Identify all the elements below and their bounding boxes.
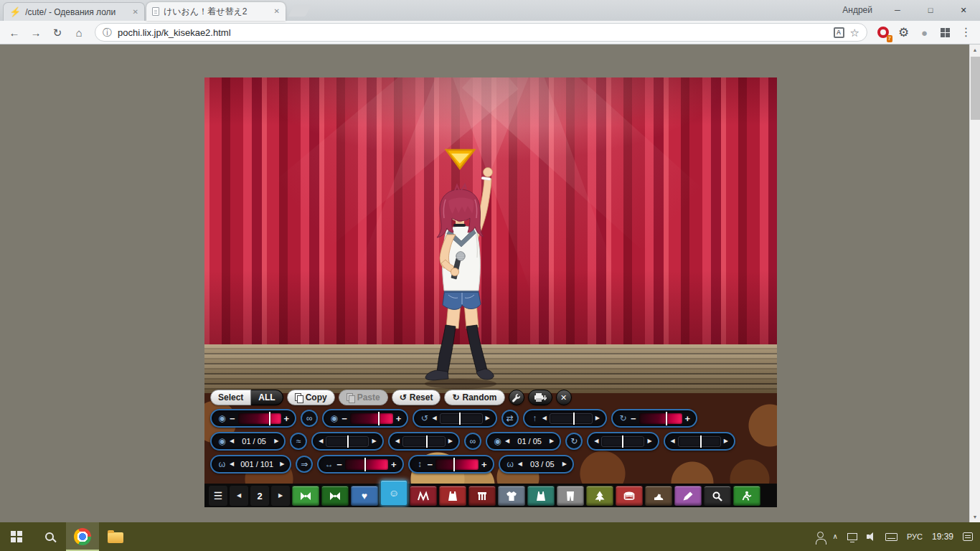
action-center-icon[interactable]	[963, 532, 973, 541]
scroll-down-button[interactable]: ▼	[970, 512, 980, 522]
tab-pose[interactable]	[733, 486, 760, 506]
taskbar-explorer-button[interactable]	[99, 522, 132, 551]
scrollbar-thumb[interactable]	[971, 57, 980, 120]
tab-shoes[interactable]	[645, 486, 672, 506]
url-text[interactable]: pochi.lix.jp/k_kisekae2.html	[118, 27, 828, 38]
prev-button[interactable]: ◀	[518, 461, 522, 467]
reset-button[interactable]: ↺Reset	[392, 390, 441, 405]
start-button[interactable]	[0, 522, 33, 551]
prev-button[interactable]: ◀	[230, 461, 234, 467]
next-button[interactable]: ▶	[280, 461, 284, 467]
bookmark-star-icon[interactable]: ☆	[850, 27, 859, 38]
swap-eyes-button[interactable]: ⇄	[501, 410, 519, 427]
eye-angle-slider[interactable]	[440, 413, 483, 424]
minimize-button[interactable]: ─	[881, 0, 914, 21]
translate-icon[interactable]: A	[834, 27, 844, 38]
increase-button[interactable]: +	[396, 414, 402, 423]
profile-name[interactable]: Андрей	[842, 5, 872, 15]
copy-button[interactable]: Copy	[287, 390, 335, 405]
tab-face[interactable]: ☺	[380, 480, 407, 506]
mouth-height-slider[interactable]	[435, 459, 479, 470]
brow-button[interactable]: ≈	[290, 433, 307, 450]
people-icon[interactable]	[817, 532, 824, 538]
page-prev-button[interactable]: ◀	[230, 486, 248, 506]
prev-button[interactable]: ◀	[505, 438, 509, 444]
tab-heart[interactable]: ♥	[351, 486, 378, 506]
step-right-button[interactable]: ▶	[595, 415, 600, 421]
decrease-button[interactable]: −	[336, 460, 342, 469]
back-button[interactable]: ←	[4, 22, 24, 42]
keyboard-icon[interactable]	[885, 533, 897, 541]
tab-pants[interactable]	[557, 486, 584, 506]
tab-bow[interactable]	[321, 486, 349, 506]
reload-button[interactable]: ↻	[47, 22, 67, 42]
close-window-button[interactable]: ✕	[947, 0, 980, 21]
extension-circle-button[interactable]: ●	[915, 23, 934, 42]
step-left-button[interactable]: ◀	[542, 415, 547, 421]
mouth-width-slider[interactable]	[345, 459, 388, 470]
eye-height-slider[interactable]	[550, 413, 593, 424]
brow-position-slider[interactable]	[326, 436, 369, 447]
tab-hair[interactable]	[410, 486, 437, 506]
save-image-button[interactable]	[528, 390, 552, 405]
select-all-button[interactable]: ALL	[251, 390, 283, 405]
eye-color-slider[interactable]	[238, 413, 281, 424]
network-icon[interactable]	[847, 533, 857, 540]
extension-opera-button[interactable]: 7	[873, 23, 892, 42]
rotate-brow-button[interactable]: ↻	[565, 433, 583, 450]
decrease-button[interactable]: −	[341, 414, 347, 423]
page-next-button[interactable]: ▶	[271, 486, 290, 506]
next-button[interactable]: ▶	[550, 438, 554, 444]
brow-curve-slider[interactable]	[678, 436, 721, 447]
tab-close-icon[interactable]: ✕	[274, 8, 280, 15]
paste-button[interactable]: Paste	[339, 390, 388, 405]
address-bar[interactable]: ⓘ pochi.lix.jp/k_kisekae2.html A ☆	[95, 23, 867, 42]
eye-color-slider[interactable]	[350, 413, 393, 424]
page-scrollbar[interactable]: ▲ ▼	[969, 44, 980, 522]
decrease-button[interactable]: −	[428, 460, 433, 469]
step-right-button[interactable]: ▶	[486, 415, 490, 421]
language-indicator[interactable]: РУС	[907, 532, 923, 541]
decrease-button[interactable]: −	[230, 414, 235, 423]
tray-chevron-icon[interactable]: ∧	[833, 533, 838, 540]
tools-button[interactable]	[509, 390, 524, 405]
select-button[interactable]: Select	[210, 390, 251, 405]
apply-mouth-button[interactable]: ⇒	[296, 456, 313, 473]
scroll-up-button[interactable]: ▲	[970, 44, 980, 55]
taskbar-search-button[interactable]	[33, 522, 66, 551]
tab-shirt[interactable]	[498, 486, 525, 506]
tab-ribbon[interactable]	[292, 486, 319, 506]
maximize-button[interactable]: □	[914, 0, 947, 21]
new-tab-button[interactable]	[288, 4, 311, 17]
step-right-button[interactable]: ▶	[647, 438, 651, 444]
decrease-button[interactable]: −	[631, 414, 636, 423]
tab-comb[interactable]	[468, 486, 496, 506]
link-brows-button[interactable]: ∞	[464, 433, 481, 450]
clock[interactable]: 19:39	[932, 532, 953, 542]
prev-button[interactable]: ◀	[230, 438, 234, 444]
increase-button[interactable]: +	[391, 460, 397, 469]
tab-drum[interactable]	[616, 486, 643, 506]
increase-button[interactable]: +	[685, 414, 691, 423]
step-left-button[interactable]: ◀	[319, 438, 323, 444]
tab-edit[interactable]	[674, 486, 702, 506]
forward-button[interactable]: →	[26, 22, 46, 42]
tab-zoom[interactable]	[704, 486, 731, 506]
link-eyes-button[interactable]: ∞	[301, 410, 318, 427]
random-button[interactable]: ↻Random	[444, 390, 504, 405]
increase-button[interactable]: +	[481, 460, 487, 469]
speaker-icon[interactable]	[867, 532, 876, 541]
tab-top[interactable]	[439, 486, 466, 506]
tab-close-icon[interactable]: ✕	[133, 9, 138, 16]
step-left-button[interactable]: ◀	[432, 415, 436, 421]
increase-button[interactable]: +	[284, 414, 290, 423]
site-info-icon[interactable]: ⓘ	[103, 28, 112, 37]
browser-tab-cute[interactable]: ⚡ /cute/ - Одевания лоли ✕	[3, 2, 145, 21]
step-left-button[interactable]: ◀	[395, 438, 400, 444]
step-right-button[interactable]: ▶	[372, 438, 376, 444]
brow-angle-slider[interactable]	[402, 436, 446, 447]
step-right-button[interactable]: ▶	[448, 438, 453, 444]
extension-gear-button[interactable]: ⚙	[894, 23, 913, 42]
iris-color-slider[interactable]	[639, 413, 682, 424]
tab-tree[interactable]	[586, 486, 613, 506]
